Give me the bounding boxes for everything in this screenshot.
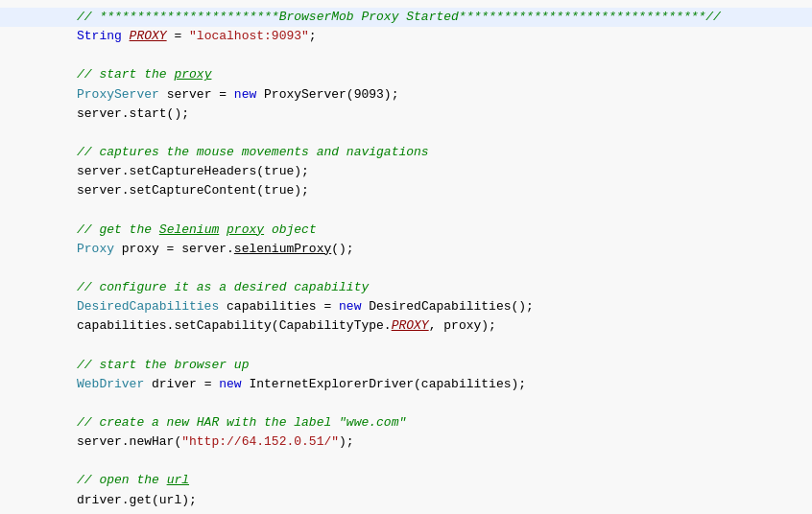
code-token: // create a new HAR with the label "wwe.… — [77, 413, 406, 432]
code-token: // configure it as a desired capability — [77, 278, 369, 297]
code-token: // get the — [77, 221, 159, 240]
code-line: // get the Selenium proxy object — [0, 221, 812, 240]
code-token: "http://64.152.0.51/" — [181, 432, 339, 452]
code-line: server.setCaptureHeaders(true); — [0, 162, 812, 181]
code-line: // open the url — [0, 471, 812, 490]
code-line — [0, 336, 812, 355]
code-token: Selenium — [159, 221, 219, 240]
code-line: ProxyServer server = new ProxyServer(909… — [0, 85, 812, 105]
code-token: server = — [159, 85, 234, 105]
code-token: // — [77, 8, 99, 27]
code-token: ************************BrowserMob Proxy… — [99, 8, 721, 27]
code-line: // ************************BrowserMob Pr… — [0, 8, 812, 27]
code-token: driver.get(url); — [77, 491, 197, 510]
code-token: object — [264, 221, 317, 240]
code-line: server.start(); — [0, 105, 812, 124]
code-line — [0, 452, 812, 471]
code-token: // captures the mouse movements and navi… — [77, 143, 429, 162]
code-line — [0, 394, 812, 413]
code-token — [219, 221, 227, 240]
code-token: PROXY — [392, 316, 429, 336]
code-line — [0, 259, 812, 278]
code-token: seleniumProxy — [234, 240, 331, 259]
code-line — [0, 46, 812, 65]
code-token: url — [167, 471, 189, 490]
code-line: // captures the mouse movements and navi… — [0, 143, 812, 162]
code-token: // start the — [77, 65, 174, 84]
code-token: server.setCaptureHeaders(true); — [77, 162, 309, 181]
code-token: WebDriver — [77, 375, 144, 394]
code-line: driver.get(url); — [0, 491, 812, 510]
code-line: // start the browser up — [0, 356, 812, 375]
code-token: , proxy); — [429, 316, 496, 336]
code-token: String — [77, 27, 130, 46]
code-line: WebDriver driver = new InternetExplorerD… — [0, 375, 812, 394]
code-token: proxy — [227, 221, 264, 240]
code-token: (); — [331, 240, 353, 259]
code-line: // configure it as a desired capability — [0, 278, 812, 297]
code-token: Proxy — [77, 240, 114, 259]
code-token: DesiredCapabilities — [77, 297, 219, 316]
code-line: server.setCaptureContent(true); — [0, 181, 812, 200]
code-token: proxy = server. — [114, 240, 234, 259]
code-editor: // ************************BrowserMob Pr… — [0, 0, 812, 514]
code-token: driver = — [144, 375, 219, 394]
code-line — [0, 200, 812, 220]
code-line: server.newHar("http://64.152.0.51/"); — [0, 432, 812, 452]
code-token: InternetExplorerDriver(capabilities); — [242, 375, 526, 394]
code-token: ProxyServer — [77, 85, 159, 105]
code-token: = — [167, 27, 189, 46]
code-token: ProxyServer(9093); — [256, 85, 398, 105]
code-token: new — [219, 375, 241, 394]
code-line — [0, 510, 812, 514]
code-token: server.start(); — [77, 105, 189, 124]
code-token: new — [339, 297, 361, 316]
code-line — [0, 124, 812, 143]
code-token: ; — [309, 27, 317, 46]
code-token: ); — [339, 432, 354, 452]
code-line: Proxy proxy = server.seleniumProxy(); — [0, 240, 812, 259]
code-line: capabilities.setCapability(CapabilityTyp… — [0, 316, 812, 336]
code-line: // start the proxy — [0, 65, 812, 84]
code-token: // start the browser up — [77, 356, 249, 375]
code-token: PROXY — [130, 27, 167, 46]
code-token: DesiredCapabilities(); — [361, 297, 533, 316]
code-line: String PROXY = "localhost:9093"; — [0, 27, 812, 46]
code-line: DesiredCapabilities capabilities = new D… — [0, 297, 812, 316]
code-token: "localhost:9093" — [189, 27, 309, 46]
code-token: server.newHar( — [77, 432, 181, 452]
code-token: capabilities = — [219, 297, 339, 316]
code-token: new — [234, 85, 256, 105]
code-token: capabilities.setCapability(CapabilityTyp… — [77, 316, 392, 336]
code-line: // create a new HAR with the label "wwe.… — [0, 413, 812, 432]
code-token: // open the — [77, 471, 167, 490]
code-token: server.setCaptureContent(true); — [77, 181, 309, 200]
code-token: proxy — [174, 65, 211, 84]
